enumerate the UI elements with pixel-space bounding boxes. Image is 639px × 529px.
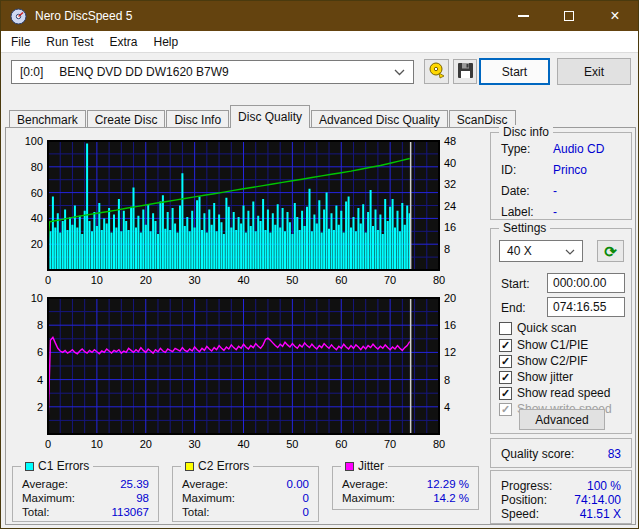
settings-title: Settings [503,221,546,235]
drive-selector[interactable]: [0:0] BENQ DVD DD DW1620 B7W9 [11,60,414,84]
svg-text:30: 30 [189,438,201,450]
title-bar: Nero DiscSpeed 5 × [1,1,638,31]
svg-text:4: 4 [37,374,43,386]
menu-extra[interactable]: Extra [101,32,145,52]
menu-help[interactable]: Help [146,32,187,52]
menu-file[interactable]: File [3,32,38,52]
svg-text:40: 40 [237,438,249,450]
end-time-field[interactable]: 074:16.55 [547,297,625,317]
menu-bar: File Run Test Extra Help [1,31,638,53]
start-button[interactable]: Start [479,58,550,85]
c2-average-row: Average:0.00 [173,477,318,491]
eject-button[interactable] [424,59,449,84]
tab-disc-quality[interactable]: Disc Quality [230,105,310,128]
chevron-down-icon [565,244,575,258]
quality-score-value: 83 [608,447,621,461]
disc-label-row: Label:- [491,202,631,223]
checkbox-show-jitter[interactable]: Show jitter [499,370,573,384]
svg-text:32: 32 [444,178,456,190]
svg-text:16: 16 [444,319,456,331]
checkbox-icon [499,339,512,352]
svg-text:16: 16 [444,221,456,233]
menu-run-test[interactable]: Run Test [38,32,101,52]
svg-text:24: 24 [444,200,456,212]
c1-errors-stats-box: C1 Errors Average:25.39 Maximum:98 Total… [12,466,159,522]
refresh-speeds-button[interactable]: ⟳ [597,240,624,262]
svg-text:70: 70 [384,274,396,286]
svg-text:10: 10 [31,292,43,304]
c1-total-row: Total:113067 [13,505,158,519]
disc-info-box: Disc info Type:Audio CD ID:Princo Date:-… [490,132,632,220]
checkbox-icon [499,403,512,416]
quality-score-box: Quality score: 83 [490,438,632,468]
window-title: Nero DiscSpeed 5 [35,9,132,23]
svg-text:70: 70 [384,438,396,450]
c2-maximum-row: Maximum:0 [173,491,318,505]
maximize-icon [564,11,574,21]
svg-text:20: 20 [444,292,456,304]
disc-type-row: Type:Audio CD [491,139,631,160]
settings-box: Settings 40 X ⟳ Start: 000:00.00 End: 07… [490,228,632,434]
checkbox-icon [499,355,512,368]
jitter-title: Jitter [341,459,388,473]
svg-text:6: 6 [37,346,43,358]
svg-text:0: 0 [45,438,51,450]
save-button[interactable] [453,59,477,84]
advanced-button[interactable]: Advanced [519,409,605,430]
jitter-maximum-row: Maximum:14.2 % [333,491,478,505]
quality-score-label: Quality score: [501,447,574,461]
svg-text:100: 100 [25,135,43,147]
position-row: Position:74:14.00 [491,493,631,507]
speed-row: Speed:41.51 X [491,507,631,521]
svg-text:60: 60 [31,187,43,199]
maximize-button[interactable] [546,1,592,31]
drive-name: BENQ DVD DD DW1620 B7W9 [59,65,228,79]
tab-advanced-disc-quality[interactable]: Advanced Disc Quality [311,110,448,128]
exit-button[interactable]: Exit [557,58,631,85]
start-time-field[interactable]: 000:00.00 [547,273,625,293]
svg-text:40: 40 [31,212,43,224]
checkbox-icon [499,322,512,335]
c1-maximum-row: Maximum:98 [13,491,158,505]
tab-strip: Benchmark Create Disc Disc Info Disc Qua… [9,105,517,128]
app-icon [10,8,27,25]
c2-errors-title: C2 Errors [181,459,253,473]
scan-speed-value: 40 X [507,244,532,258]
svg-text:30: 30 [189,274,201,286]
svg-text:50: 50 [286,274,298,286]
end-time-label: End: [501,301,526,315]
svg-text:4: 4 [444,401,450,413]
tab-disc-info[interactable]: Disc Info [166,110,229,128]
svg-text:60: 60 [335,438,347,450]
svg-text:40: 40 [444,157,456,169]
c1-errors-title: C1 Errors [21,459,93,473]
svg-text:40: 40 [237,274,249,286]
c1-errors-read-speed-chart: 204060801008162432404801020304050607080 [6,128,484,290]
drive-id: [0:0] [20,65,43,79]
tab-benchmark[interactable]: Benchmark [9,110,86,128]
disc-date-row: Date:- [491,181,631,202]
progress-box: Progress:100 % Position:74:14.00 Speed:4… [490,470,632,524]
svg-text:10: 10 [91,438,103,450]
close-button[interactable]: × [592,1,638,31]
checkbox-show-c1-pie[interactable]: Show C1/PIE [499,338,588,352]
checkbox-icon [499,387,512,400]
start-time-label: Start: [501,277,530,291]
checkbox-show-read-speed[interactable]: Show read speed [499,386,610,400]
disc-info-title: Disc info [503,125,549,139]
checkbox-show-c2-pif[interactable]: Show C2/PIF [499,354,588,368]
chevron-down-icon [394,65,405,79]
disc-quality-panel: 204060801008162432404801020304050607080 … [5,127,636,525]
svg-text:20: 20 [140,274,152,286]
scan-speed-select[interactable]: 40 X [499,240,583,262]
floppy-save-icon [457,62,474,82]
minimize-button[interactable] [500,1,546,31]
minimize-icon [518,15,529,17]
svg-text:8: 8 [444,243,450,255]
c1-legend-swatch-icon [25,462,34,471]
eject-disc-icon [427,61,446,83]
checkbox-quick-scan[interactable]: Quick scan [499,321,576,335]
svg-text:80: 80 [433,438,445,450]
tab-create-disc[interactable]: Create Disc [87,110,166,128]
svg-text:80: 80 [31,161,43,173]
